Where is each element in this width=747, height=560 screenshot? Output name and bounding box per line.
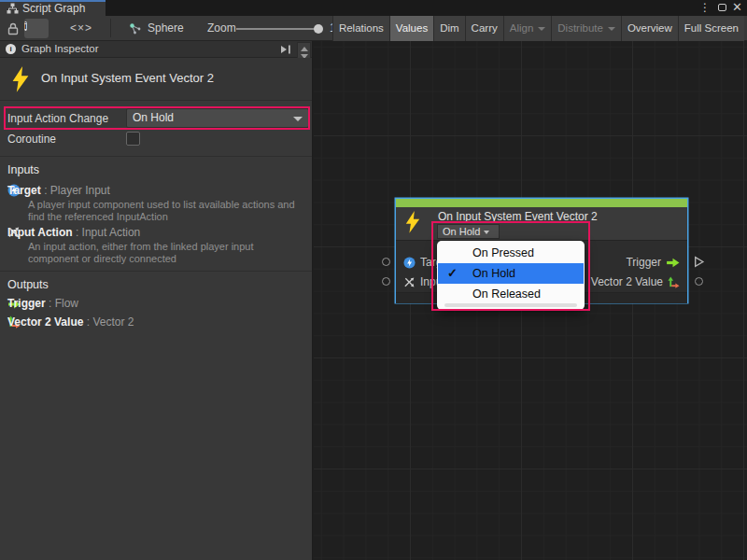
- output-item-trigger: Trigger : Flow: [7, 297, 78, 310]
- input-action-description: An input action, either from the linked …: [28, 241, 254, 265]
- window-maximize-icon[interactable]: [715, 0, 728, 16]
- window-menu-icon[interactable]: ⋮: [698, 0, 712, 16]
- menu-item-on-released[interactable]: On Released: [437, 284, 585, 304]
- values-button[interactable]: Values: [389, 16, 433, 41]
- vector2-output-port[interactable]: [695, 277, 703, 286]
- node-dropdown-value: On Hold: [443, 226, 480, 237]
- carry-button[interactable]: Carry: [465, 16, 503, 41]
- coroutine-label: Coroutine: [7, 133, 56, 146]
- toolbar-button-group: Relations Values Dim Carry Align Distrib…: [332, 16, 744, 41]
- target-input-port[interactable]: [382, 258, 390, 266]
- coroutine-checkbox[interactable]: [126, 132, 140, 146]
- code-view-icon[interactable]: <×>: [62, 16, 101, 41]
- event-bolt-icon: [10, 66, 31, 95]
- inspector-title: Graph Inspector: [21, 43, 98, 54]
- scroll-up-icon[interactable]: [301, 47, 308, 51]
- vector2-icon: [668, 276, 680, 288]
- lock-icon[interactable]: [7, 22, 19, 38]
- node-header[interactable]: On Input System Event Vector 2 On Hold: [396, 207, 687, 240]
- input-item-target: Target : Player Input: [7, 184, 110, 197]
- divider: [0, 271, 312, 272]
- dropdown-value: On Hold: [133, 111, 174, 124]
- dim-button[interactable]: Dim: [433, 16, 464, 41]
- zoom-label: Zoom: [207, 16, 236, 41]
- input-action-icon: [403, 276, 416, 288]
- graph-reference-icon: [129, 22, 142, 38]
- zoom-slider-track[interactable]: [236, 28, 320, 30]
- input-action-change-dropdown[interactable]: On Hold: [126, 108, 309, 128]
- port-vector2-value[interactable]: Vector 2 Value: [591, 275, 680, 288]
- inspector-header: i Graph Inspector: [0, 41, 312, 58]
- graph-toolbar: i <×> Sphere Zoom 1x Relations Values Di…: [0, 16, 747, 41]
- chevron-down-icon: [538, 27, 545, 31]
- port-trigger[interactable]: Trigger: [626, 256, 680, 269]
- output-item-vector2: Vector 2 Value : Vector 2: [7, 315, 134, 329]
- distribute-button[interactable]: Distribute: [551, 16, 621, 41]
- window-close-icon[interactable]: ✕: [730, 0, 744, 16]
- divider: [0, 156, 312, 157]
- check-icon: ✓: [447, 263, 458, 284]
- dock-panel-icon[interactable]: [280, 44, 291, 57]
- chevron-down-icon: [484, 231, 489, 234]
- outputs-section-title: Outputs: [7, 278, 49, 291]
- dropdown-menu: On Pressed ✓On Hold On Released: [437, 241, 585, 310]
- input-item-input-action: Input Action : Input Action: [7, 226, 140, 239]
- unit-title: On Input System Event Vector 2: [41, 71, 214, 85]
- script-graph-icon: [7, 3, 19, 17]
- menu-scroll-strip: [444, 303, 577, 307]
- event-bolt-icon: [404, 210, 421, 237]
- input-action-input-port[interactable]: [382, 277, 390, 286]
- window-tab-bar: Script Graph ⋮ ✕: [0, 0, 747, 16]
- flow-arrow-icon: [666, 258, 680, 268]
- graph-reference-breadcrumb[interactable]: Sphere: [148, 16, 184, 41]
- overview-button[interactable]: Overview: [621, 16, 678, 41]
- full-screen-button[interactable]: Full Screen: [678, 16, 744, 41]
- input-target-description: A player input component used to list av…: [28, 199, 295, 223]
- graph-inspector-panel: i Graph Inspector On Input System Event …: [0, 41, 313, 560]
- selected-unit-header: On Input System Event Vector 2: [0, 58, 312, 101]
- node-color-bar: [396, 199, 687, 207]
- chevron-down-icon: [608, 27, 615, 31]
- zoom-slider-knob[interactable]: [314, 24, 323, 34]
- info-icon: i: [24, 21, 27, 31]
- trigger-output-port[interactable]: [693, 256, 705, 271]
- chevron-down-icon: [293, 117, 303, 121]
- toolbar-divider: [110, 19, 111, 37]
- relations-button[interactable]: Relations: [332, 16, 389, 41]
- tab-script-graph[interactable]: Script Graph: [0, 0, 106, 16]
- node-title: On Input System Event Vector 2: [438, 210, 598, 223]
- info-icon: i: [6, 44, 16, 54]
- player-input-icon: [403, 257, 416, 269]
- menu-item-on-hold[interactable]: ✓On Hold: [438, 263, 584, 284]
- inspector-toggle-button[interactable]: i: [24, 19, 49, 38]
- menu-item-on-pressed[interactable]: On Pressed: [437, 243, 585, 263]
- inputs-section-title: Inputs: [7, 163, 39, 176]
- tab-label: Script Graph: [22, 2, 85, 15]
- graph-canvas[interactable]: On Input System Event Vector 2 On Hold T…: [314, 41, 747, 560]
- align-button[interactable]: Align: [503, 16, 552, 41]
- input-action-change-label: Input Action Change: [7, 112, 108, 125]
- node-dropdown-button[interactable]: On Hold: [437, 224, 500, 239]
